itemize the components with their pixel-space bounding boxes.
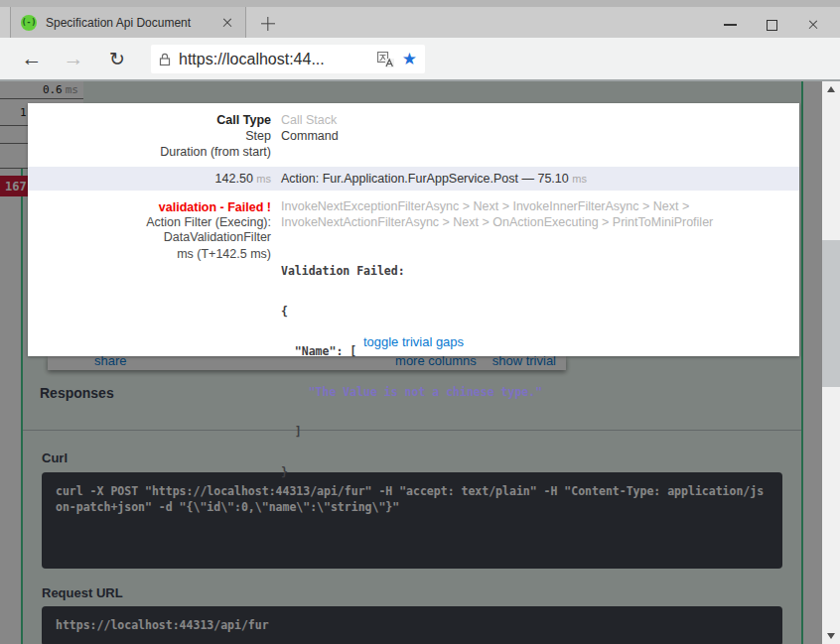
forward-button: → — [56, 38, 91, 79]
scrollbar-thumb[interactable] — [822, 240, 840, 387]
profiler-callstack-popup: Call Type Step Duration (from start) Cal… — [28, 103, 799, 356]
address-bar[interactable]: https://localhost:44... ★ — [151, 45, 425, 73]
col-call-stack: Call Stack — [281, 112, 799, 128]
scroll-down-icon[interactable] — [822, 628, 840, 644]
lock-icon — [159, 53, 171, 66]
filter-name-line1: Action Filter (Execing): — [28, 215, 271, 230]
browser-toolbar: ← → ↻ https://localhost:44... ★ — [0, 38, 840, 81]
col-duration: Duration (from start) — [28, 144, 271, 160]
col-step: Step — [28, 128, 271, 144]
window-controls — [709, 12, 834, 38]
validation-code-block: Validation Failed: { "Name": [ "The Valu… — [281, 238, 799, 506]
toggle-trivial-gaps-link[interactable]: toggle trivial gaps — [363, 334, 464, 349]
page-scrollbar[interactable] — [822, 81, 840, 644]
url-text[interactable]: https://localhost:44... — [179, 51, 369, 68]
tab-title: Specification Api Document — [46, 16, 210, 30]
col-call-type: Call Type — [28, 112, 271, 128]
translate-icon[interactable] — [377, 52, 394, 67]
timing-row-validation[interactable]: validation - Failed ! Action Filter (Exe… — [28, 199, 799, 506]
call-stack-text: InvokeNextExceptionFilterAsync > Next > … — [281, 199, 799, 230]
titlebar — [0, 0, 840, 7]
new-tab-button[interactable] — [258, 14, 278, 34]
back-button[interactable]: ← — [14, 38, 50, 79]
maximize-button[interactable] — [751, 12, 792, 38]
browser-tab[interactable]: (-) Specification Api Document — [10, 7, 246, 38]
tab-close-icon[interactable] — [219, 15, 235, 31]
tab-strip: (-) Specification Api Document — [0, 7, 840, 38]
site-favicon-icon: (-) — [21, 15, 37, 31]
page-content: 0.6 ms 1 167 share more columns — [0, 81, 822, 644]
col-command: Command — [281, 128, 799, 144]
scroll-up-icon[interactable] — [822, 81, 840, 97]
filter-time: ms (T+142.5 ms) — [28, 247, 271, 262]
action-name: Action: Fur.Application.FurAppService.Po… — [281, 172, 569, 186]
refresh-button[interactable]: ↻ — [99, 38, 135, 79]
duration-value: 142.50 — [215, 172, 253, 186]
close-button[interactable] — [792, 12, 834, 38]
filter-name-line2: DataValidationFilter — [28, 230, 271, 245]
favorite-star-icon[interactable]: ★ — [402, 51, 417, 67]
minimize-button[interactable] — [709, 12, 751, 38]
browser-window: (-) Specification Api Document ← → ↻ htt… — [0, 0, 840, 644]
timing-row-action[interactable]: 142.50 ms Action: Fur.Application.FurApp… — [28, 167, 799, 191]
validation-status: validation - Failed ! — [28, 199, 271, 215]
